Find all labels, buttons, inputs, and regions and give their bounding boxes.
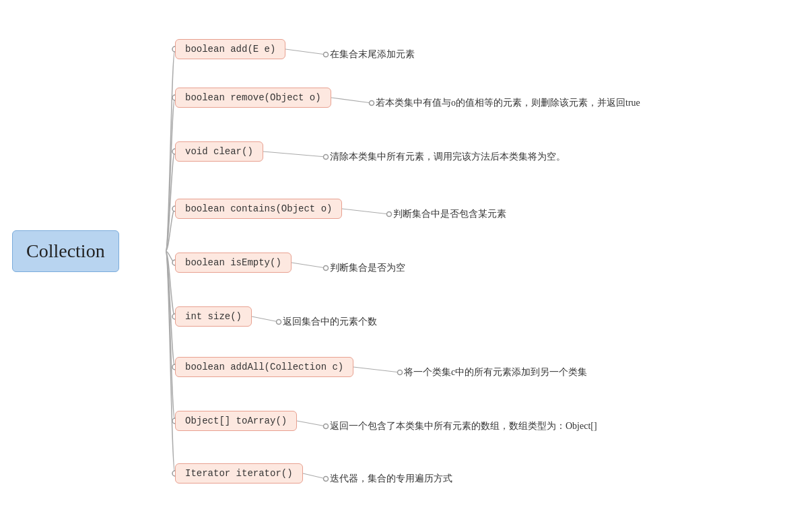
svg-line-13 (292, 263, 326, 268)
method-node-m3: void clear() (175, 141, 263, 162)
svg-point-26 (324, 477, 329, 481)
method-desc-m8: 返回一个包含了本类集中所有元素的数组，数组类型为：Object[] (330, 420, 597, 432)
method-node-m6: int size() (175, 306, 252, 327)
method-node-m7: boolean addAll(Collection c) (175, 357, 353, 377)
svg-line-10 (342, 209, 389, 214)
method-node-m8: Object[] toArray() (175, 411, 297, 431)
svg-point-5 (370, 101, 374, 106)
svg-line-16 (252, 317, 279, 322)
collection-node: Collection (12, 230, 119, 272)
svg-point-11 (387, 212, 392, 217)
method-desc-m9: 迭代器，集合的专用遍历方式 (330, 473, 452, 485)
svg-line-25 (303, 473, 326, 479)
method-desc-m3: 清除本类集中所有元素，调用完该方法后本类集将为空。 (330, 151, 566, 163)
mindmap-diagram: Collection boolean add(E e)在集合末尾添加元素bool… (0, 0, 785, 532)
method-desc-m2: 若本类集中有值与o的值相等的元素，则删除该元素，并返回true (376, 97, 640, 109)
svg-line-4 (331, 98, 372, 103)
method-node-m2: boolean remove(Object o) (175, 88, 331, 108)
method-node-m5: boolean isEmpty() (175, 253, 292, 273)
method-desc-m1: 在集合末尾添加元素 (330, 48, 415, 61)
method-desc-m4: 判断集合中是否包含某元素 (393, 208, 506, 220)
svg-point-17 (277, 320, 281, 325)
svg-point-23 (324, 424, 329, 429)
svg-line-19 (353, 367, 400, 372)
collection-label: Collection (26, 240, 105, 261)
svg-point-2 (324, 53, 329, 57)
svg-line-1 (285, 49, 326, 55)
method-node-m1: boolean add(E e) (175, 39, 285, 59)
method-desc-m6: 返回集合中的元素个数 (283, 316, 377, 328)
method-desc-m7: 将一个类集c中的所有元素添加到另一个类集 (404, 366, 587, 378)
method-desc-m5: 判断集合是否为空 (330, 262, 405, 274)
method-node-m4: boolean contains(Object o) (175, 199, 342, 219)
svg-point-8 (324, 155, 329, 160)
svg-point-14 (324, 266, 329, 271)
svg-line-7 (263, 152, 326, 157)
svg-point-20 (398, 370, 403, 375)
method-node-m9: Iterator iterator() (175, 463, 303, 484)
svg-line-22 (297, 421, 326, 426)
